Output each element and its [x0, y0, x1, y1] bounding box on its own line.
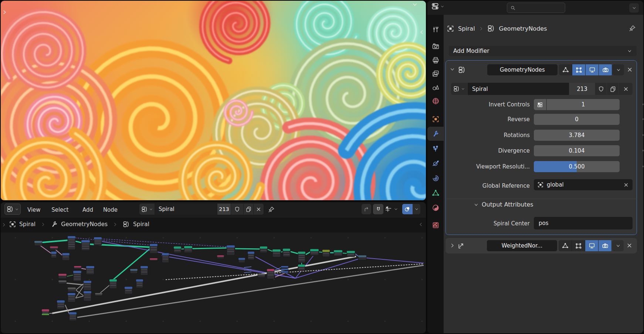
graph-node[interactable] [51, 252, 57, 258]
breadcrumb-item[interactable]: Spiral [133, 221, 149, 228]
graph-node[interactable] [84, 291, 91, 301]
delete-modifier-button[interactable] [626, 242, 633, 249]
toggle-cage[interactable] [572, 64, 586, 75]
menu-node[interactable]: Node [101, 205, 120, 215]
graph-node[interactable] [73, 271, 81, 281]
modifier-extras-dropdown[interactable] [613, 64, 624, 75]
graph-node[interactable] [140, 266, 148, 275]
clear-object-button[interactable] [623, 182, 629, 188]
input-attribute-toggle[interactable] [534, 99, 546, 110]
graph-node[interactable] [57, 300, 65, 309]
graph-node[interactable] [150, 258, 157, 261]
graph-node[interactable] [86, 266, 94, 275]
graph-node[interactable] [283, 249, 290, 257]
graph-node[interactable] [267, 269, 274, 279]
graph-node[interactable] [334, 250, 342, 256]
pin-icon[interactable] [628, 24, 636, 32]
fake-user-button[interactable] [231, 204, 243, 215]
graph-node[interactable] [347, 251, 355, 257]
menu-view[interactable]: View [25, 205, 43, 215]
node-group-selector-button[interactable] [451, 83, 467, 95]
search-field[interactable] [507, 3, 565, 13]
graph-node[interactable] [68, 236, 75, 250]
menu-add[interactable]: Add [80, 205, 95, 215]
add-modifier-button[interactable]: Add Modifier [449, 46, 637, 56]
modifier-extras-dropdown[interactable] [612, 240, 624, 251]
toggle-monitor[interactable] [586, 64, 599, 75]
toggle-monitor[interactable] [585, 240, 599, 251]
modifier-name-field[interactable]: GeometryNodes [487, 64, 557, 75]
editor-type-button[interactable] [431, 2, 444, 10]
graph-node[interactable] [130, 269, 138, 273]
pin-icon[interactable] [268, 206, 275, 213]
graph-node[interactable] [184, 246, 192, 253]
node-tree-name-field[interactable]: Spiral [155, 204, 217, 215]
graph-node[interactable] [298, 265, 305, 271]
fake-user-button[interactable] [595, 83, 607, 95]
3d-viewport[interactable] [1, 1, 426, 200]
value-field-viewport-resoluti-[interactable]: 0.500 [534, 161, 620, 172]
animate-decorator[interactable] [643, 165, 643, 168]
graph-node[interactable] [281, 266, 288, 268]
spiral-center-field[interactable]: pos [534, 217, 633, 229]
graph-node[interactable] [272, 249, 281, 257]
expand-chevron-icon[interactable] [450, 243, 455, 248]
node-group-users-count[interactable]: 213 [569, 83, 595, 95]
overlays-toggle[interactable] [402, 204, 413, 214]
output-attributes-header[interactable]: Output Attributes [474, 201, 533, 208]
unlink-node-tree-button[interactable] [254, 204, 264, 215]
region-collapse-icon[interactable] [418, 222, 423, 227]
animate-decorator[interactable] [643, 103, 643, 106]
graph-node[interactable] [68, 293, 75, 302]
tab-material[interactable] [427, 201, 444, 215]
toggle-triverts[interactable] [559, 240, 572, 251]
new-node-tree-button[interactable] [244, 204, 253, 215]
graph-node[interactable] [34, 241, 42, 246]
graph-node[interactable] [81, 240, 90, 250]
options-dropdown[interactable] [629, 3, 639, 13]
toggle-cage[interactable] [572, 240, 585, 251]
graph-node[interactable] [109, 279, 117, 289]
node-group-name-field[interactable]: Spiral [468, 83, 569, 95]
snapping-toggle[interactable] [373, 204, 383, 214]
go-to-parent-tree-button[interactable] [362, 204, 371, 214]
tab-physics[interactable] [427, 156, 444, 170]
tab-texture[interactable] [427, 218, 444, 232]
delete-modifier-button[interactable] [627, 67, 633, 73]
graph-node[interactable] [310, 249, 319, 255]
graph-node[interactable] [42, 309, 49, 315]
duplicate-node-group-button[interactable] [607, 83, 618, 95]
breadcrumb-modifier[interactable]: GeometryNodes [499, 25, 547, 32]
graph-node[interactable] [69, 312, 77, 321]
graph-node[interactable] [95, 293, 102, 296]
graph-node[interactable] [58, 280, 67, 284]
overlays-dropdown[interactable] [413, 204, 420, 214]
graph-node[interactable] [94, 237, 102, 245]
sidebar-expand-icon[interactable] [419, 30, 424, 35]
tab-scene[interactable] [427, 80, 444, 94]
graph-node[interactable] [281, 271, 288, 273]
tab-constraints[interactable] [427, 171, 444, 185]
graph-node[interactable] [62, 253, 70, 260]
graph-node[interactable] [322, 250, 330, 257]
collapse-chevron-icon[interactable] [450, 67, 455, 72]
graph-node[interactable] [162, 253, 169, 263]
toggle-camera[interactable] [599, 64, 612, 75]
node-tree-users-count[interactable]: 213 [217, 204, 231, 215]
toggle-triverts[interactable] [559, 64, 572, 75]
breadcrumb-object[interactable]: Spiral [458, 25, 475, 32]
graph-node[interactable] [125, 287, 132, 294]
graph-node[interactable] [281, 269, 288, 270]
graph-node[interactable] [260, 246, 267, 253]
graph-node[interactable] [136, 279, 143, 288]
viewport-collapse-icon[interactable] [412, 2, 418, 7]
snap-dropdown-chevron-icon[interactable] [394, 207, 398, 211]
unlink-node-group-button[interactable] [619, 83, 633, 95]
value-field-divergence[interactable]: 0.104 [534, 145, 620, 156]
animate-decorator[interactable] [643, 117, 643, 121]
value-field-invert-controls[interactable]: 1 [547, 99, 620, 110]
tab-view-layer[interactable] [427, 67, 444, 81]
graph-node[interactable] [50, 246, 58, 250]
breadcrumb-expand-icon[interactable] [1, 222, 6, 227]
graph-node[interactable] [248, 252, 254, 260]
